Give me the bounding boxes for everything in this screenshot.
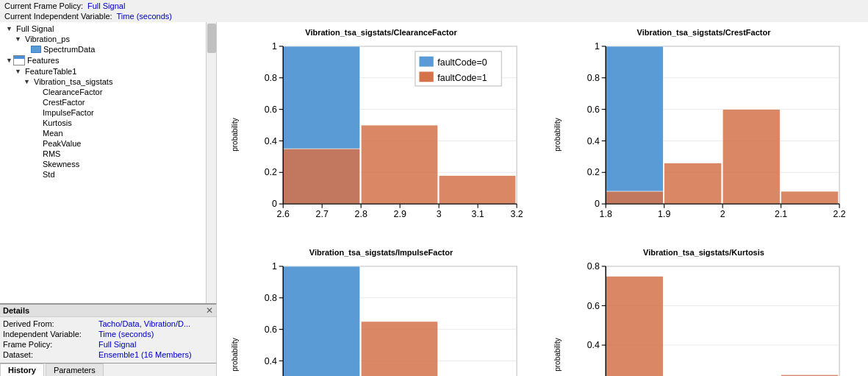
chart-title: Vibration_tsa_sigstats/CrestFactor — [542, 28, 865, 37]
tree-item-label: SpectrumData — [43, 45, 95, 54]
frame-policy-label: Current Frame Policy: — [4, 1, 83, 10]
indep-var-value: Time (seconds) — [117, 12, 172, 21]
details-value: Ensemble1 (16 Members) — [98, 350, 192, 359]
svg-rect-7 — [283, 149, 360, 204]
svg-text:0.8: 0.8 — [587, 261, 600, 272]
kurtosis-chart: Vibration_tsa_sigstats/Kurtosisprobabili… — [542, 245, 865, 376]
svg-text:faultCode=0: faultCode=0 — [437, 57, 487, 68]
tree-item-std[interactable]: Std — [0, 169, 216, 180]
svg-text:0.6: 0.6 — [587, 104, 600, 115]
tree-item-label: ClearanceFactor — [43, 88, 102, 96]
svg-rect-9 — [439, 176, 516, 205]
tree-item-spectrum-data[interactable]: SpectrumData — [0, 44, 216, 54]
svg-rect-39 — [419, 57, 433, 67]
svg-text:0.2: 0.2 — [587, 167, 600, 177]
svg-text:0.2: 0.2 — [265, 167, 277, 177]
svg-text:0.4: 0.4 — [587, 136, 600, 146]
charts-area: Vibration_tsa_sigstats/ClearanceFactorpr… — [217, 22, 868, 376]
svg-text:0.8: 0.8 — [587, 73, 600, 83]
svg-text:0.8: 0.8 — [265, 293, 277, 303]
svg-text:1.9: 1.9 — [658, 209, 670, 219]
chart-svg: 2.252.2522.2542.2562.25800.20.40.60.8 — [573, 261, 858, 376]
svg-rect-86 — [361, 322, 438, 376]
svg-rect-51 — [664, 163, 722, 204]
arrow-down-icon: ▼ — [6, 25, 13, 32]
tree-item-label: Mean — [43, 129, 63, 138]
details-value: Time (seconds) — [98, 330, 154, 338]
svg-rect-121 — [606, 276, 663, 376]
history-tab[interactable]: History — [0, 363, 44, 376]
svg-text:0.6: 0.6 — [265, 104, 277, 115]
chart-svg: 2.62.72.82.933.13.200.20.40.60.81faultCo… — [251, 41, 535, 224]
svg-rect-41 — [419, 71, 433, 82]
y-axis-label: probability — [553, 338, 562, 372]
tree-item-label: Std — [43, 170, 55, 179]
svg-rect-52 — [722, 110, 780, 205]
details-value: Full Signal — [98, 340, 136, 349]
tree-item-crest-factor[interactable]: CrestFactor — [0, 97, 216, 107]
bottom-tabs: HistoryParameters — [0, 363, 216, 376]
svg-text:2.6: 2.6 — [277, 209, 290, 219]
svg-text:0.4: 0.4 — [587, 340, 600, 350]
details-body: Derived From:Tacho/Data, Vibration/D...I… — [0, 317, 216, 363]
tree-area[interactable]: ▼Full Signal▼Vibration_psSpectrumData▼Fe… — [0, 22, 216, 304]
svg-text:0.6: 0.6 — [265, 324, 277, 335]
tree-item-features[interactable]: ▼Features — [0, 54, 216, 66]
details-key: Independent Variable: — [3, 330, 98, 338]
parameters-tab[interactable]: Parameters — [46, 363, 104, 376]
svg-text:3: 3 — [437, 209, 442, 219]
tree-item-label: Full Signal — [16, 24, 54, 33]
tree-item-label: FeatureTable1 — [25, 67, 76, 76]
svg-text:2.2: 2.2 — [833, 209, 845, 219]
frame-policy-value: Full Signal — [87, 1, 125, 10]
tree-item-vibration-ps[interactable]: ▼Vibration_ps — [0, 34, 216, 44]
svg-text:2.1: 2.1 — [775, 209, 787, 219]
indep-var-label: Current Independent Variable: — [4, 12, 112, 21]
details-close-icon[interactable]: ✕ — [206, 305, 213, 316]
blue-rect-icon — [31, 46, 41, 53]
tree-item-label: RMS — [43, 149, 60, 158]
tree-item-label: ImpulseFactor — [43, 108, 94, 117]
chart-title: Vibration_tsa_sigstats/ImpulseFactor — [220, 248, 542, 257]
left-panel: ▼Full Signal▼Vibration_psSpectrumData▼Fe… — [0, 22, 217, 376]
tree-item-impulse-factor[interactable]: ImpulseFactor — [0, 107, 216, 118]
tree-item-rms[interactable]: RMS — [0, 149, 216, 159]
svg-rect-50 — [606, 191, 663, 204]
tree-item-full-signal[interactable]: ▼Full Signal — [0, 24, 216, 34]
details-key: Frame Policy: — [3, 340, 98, 349]
svg-text:0.8: 0.8 — [265, 73, 277, 83]
arrow-down-icon: ▼ — [15, 68, 22, 75]
details-key: Dataset: — [3, 350, 98, 359]
svg-text:3.2: 3.2 — [510, 209, 523, 219]
clearance-factor-chart: Vibration_tsa_sigstats/ClearanceFactorpr… — [220, 25, 542, 245]
tree-item-vibration-tsa-sigstats[interactable]: ▼Vibration_tsa_sigstats — [0, 77, 216, 87]
chart-title: Vibration_tsa_sigstats/Kurtosis — [542, 248, 865, 257]
details-row: Frame Policy:Full Signal — [3, 340, 213, 349]
tree-item-clearance-factor[interactable]: ClearanceFactor — [0, 87, 216, 97]
svg-text:0: 0 — [595, 199, 600, 209]
svg-text:1.8: 1.8 — [600, 209, 612, 219]
tree-item-mean[interactable]: Mean — [0, 128, 216, 138]
table-icon — [13, 55, 25, 65]
tree-item-label: PeakValue — [43, 139, 81, 148]
details-panel: Details ✕ Derived From:Tacho/Data, Vibra… — [0, 304, 216, 363]
details-title: Details — [3, 306, 29, 315]
crest-factor-chart: Vibration_tsa_sigstats/CrestFactorprobab… — [542, 25, 865, 245]
top-bar: Current Frame Policy: Full Signal Curren… — [0, 0, 868, 22]
svg-text:2.9: 2.9 — [394, 209, 406, 219]
tree-item-kurtosis[interactable]: Kurtosis — [0, 118, 216, 128]
svg-text:0.6: 0.6 — [587, 300, 600, 311]
svg-text:3.1: 3.1 — [471, 209, 484, 219]
tree-item-label: Kurtosis — [43, 118, 72, 127]
tree-item-peak-value[interactable]: PeakValue — [0, 138, 216, 149]
chart-title: Vibration_tsa_sigstats/ClearanceFactor — [220, 28, 542, 37]
tree-item-label: Vibration_ps — [25, 35, 70, 43]
tree-item-skewness[interactable]: Skewness — [0, 159, 216, 169]
svg-text:0: 0 — [272, 199, 277, 209]
tree-item-feature-table1[interactable]: ▼FeatureTable1 — [0, 66, 216, 77]
svg-text:1: 1 — [272, 41, 277, 52]
details-row: Derived From:Tacho/Data, Vibration/D... — [3, 319, 213, 328]
chart-svg: 1.81.922.12.200.20.40.60.81 — [573, 41, 858, 224]
details-key: Derived From: — [3, 319, 98, 328]
details-row: Independent Variable:Time (seconds) — [3, 330, 213, 338]
